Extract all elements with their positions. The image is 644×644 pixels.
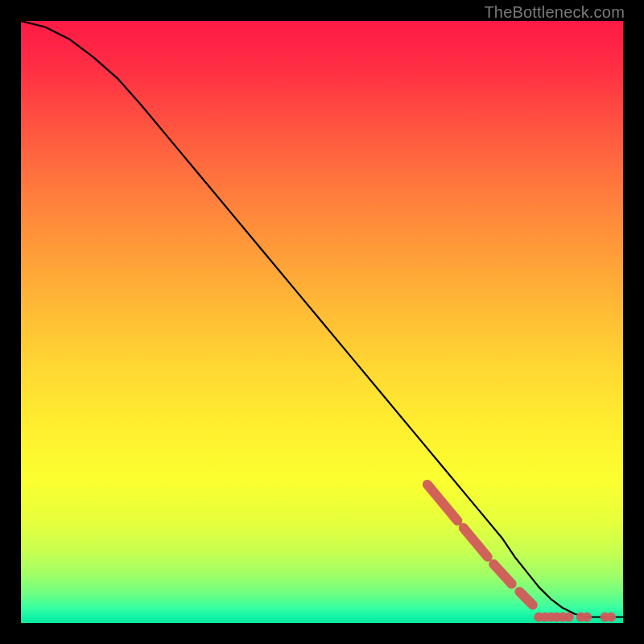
svg-line-2: [493, 564, 511, 584]
svg-point-9: [564, 613, 574, 622]
watermark-text: TheBottleneck.com: [484, 3, 625, 22]
chart-svg-layer: [21, 21, 623, 623]
svg-line-0: [427, 485, 457, 521]
svg-line-1: [464, 528, 488, 557]
svg-point-11: [582, 613, 592, 622]
svg-line-3: [519, 592, 532, 605]
chart-stage: TheBottleneck.com: [0, 0, 644, 644]
svg-point-13: [606, 613, 616, 622]
curve-line: [21, 21, 623, 617]
highlight-segments: [427, 485, 533, 605]
